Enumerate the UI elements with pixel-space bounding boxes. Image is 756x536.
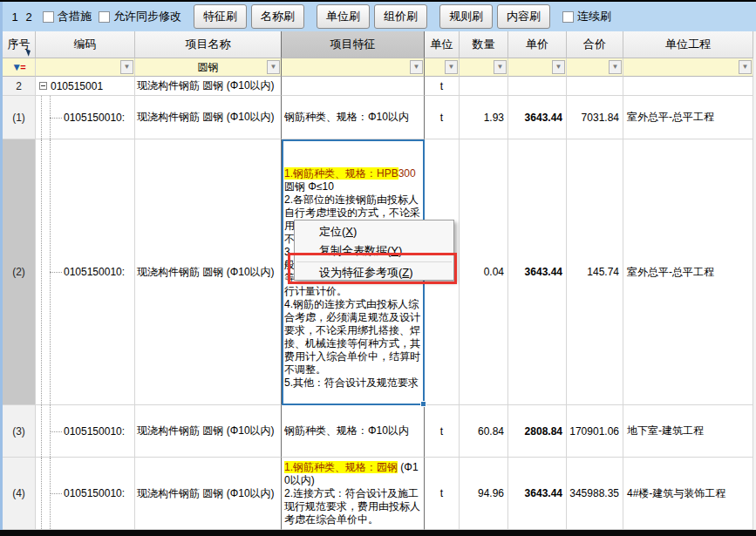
checkbox-label: 允许同步修改 [113, 9, 181, 24]
cell-code[interactable]: 0105150010: [36, 139, 135, 405]
tree-line [41, 96, 42, 139]
filter-feature[interactable]: ▼ [282, 58, 425, 77]
cell-seq[interactable]: (1) [3, 96, 36, 139]
cell-project[interactable]: 地下室-建筑工程 [623, 405, 753, 458]
cell-qty[interactable]: 1.93 [460, 96, 508, 139]
cell-code[interactable]: 0105150010: [36, 405, 135, 458]
filter-qty[interactable]: ▼ [460, 58, 508, 77]
tree-line [50, 118, 62, 119]
table-row: (3) 0105150010: 现浇构件钢筋 圆钢 (Φ10以内) 钢筋种类、规… [3, 405, 753, 458]
cell-name[interactable]: 现浇构件钢筋 圆钢 (Φ10以内) [135, 96, 282, 139]
feature-brush-button[interactable]: 特征刷 [194, 4, 247, 29]
cell-seq[interactable]: (2) [3, 139, 36, 405]
menu-item-locate[interactable]: 定位(X) [295, 222, 453, 241]
name-brush-button[interactable]: 名称刷 [251, 4, 304, 29]
header-project[interactable]: 单位工程 [623, 31, 753, 58]
header-total[interactable]: 合价 [567, 31, 623, 58]
filter-price[interactable]: ▼ [508, 58, 567, 77]
cell-name[interactable]: 现浇构件钢筋 圆钢 (Φ10以内) [135, 405, 282, 458]
cell-unit[interactable]: t [425, 458, 460, 530]
cell-seq[interactable]: 2 [3, 77, 36, 96]
cell-price[interactable]: 3643.44 [508, 96, 567, 139]
tree-collapse-icon[interactable] [39, 82, 47, 90]
header-qty[interactable]: 数量 [460, 31, 508, 58]
cell-code[interactable]: 0105150010: [36, 458, 135, 530]
cell-total[interactable]: 345988.35 [567, 458, 623, 530]
content-brush-button[interactable]: 内容刷 [497, 4, 550, 29]
cell-seq[interactable]: (3) [3, 405, 36, 458]
cell-feature[interactable]: 钢筋种类、规格：Φ10以内 [282, 405, 425, 458]
cell-code[interactable]: 0105150010: [36, 96, 135, 139]
checkbox-continuous-brush[interactable]: 连续刷 [562, 9, 611, 24]
code-text: 010515001 [51, 80, 103, 92]
cell-feature[interactable]: 钢筋种类、规格：Φ10以内 [282, 96, 425, 139]
header-price[interactable]: 单价 [508, 31, 567, 58]
table-header-row: 序号 编码 项目名称 项目特征 单位 数量 单价 合价 单位工程 [3, 31, 753, 58]
checkbox-icon[interactable] [99, 11, 110, 23]
cell-name[interactable]: 现浇构件钢筋 圆钢 (Φ10以内) [135, 77, 282, 96]
cell-name[interactable]: 现浇构件钢筋 圆钢 (Φ10以内) [135, 458, 282, 530]
dropdown-arrow-icon[interactable]: ▼ [552, 60, 565, 74]
filter-unit[interactable]: ▼ [425, 58, 460, 77]
filter-name[interactable]: 圆钢 ▼ [135, 58, 282, 77]
cell-price[interactable]: 2808.84 [508, 405, 567, 458]
dropdown-arrow-icon[interactable]: ▼ [494, 60, 507, 74]
dropdown-arrow-icon[interactable]: ▼ [410, 60, 423, 74]
checkbox-icon[interactable] [43, 11, 54, 23]
checkbox-include-measures[interactable]: 含措施 [43, 9, 92, 24]
dropdown-arrow-icon[interactable]: ▼ [445, 60, 458, 74]
code-text: 0105150010: [64, 266, 125, 278]
tree-line [41, 458, 42, 529]
cell-qty[interactable] [460, 77, 508, 96]
header-unit[interactable]: 单位 [425, 31, 460, 58]
header-feature[interactable]: 项目特征 [282, 31, 425, 58]
dropdown-arrow-icon[interactable]: ▼ [739, 60, 752, 74]
cell-price[interactable] [508, 77, 567, 96]
dropdown-arrow-icon[interactable]: ▼ [609, 60, 622, 74]
tree-line [50, 272, 62, 273]
code-text: 0105150010: [64, 487, 125, 499]
cell-qty[interactable]: 94.96 [460, 458, 508, 530]
filter-funnel-cell[interactable]: ▼= [3, 58, 36, 77]
filter-total[interactable]: ▼ [567, 58, 623, 77]
cell-price[interactable]: 3643.44 [508, 458, 567, 530]
cell-unit[interactable]: t [425, 96, 460, 139]
cell-code[interactable]: 010515001 [36, 77, 135, 96]
cell-project[interactable]: 4#楼-建筑与装饰工程 [623, 458, 753, 530]
cell-project[interactable] [623, 77, 753, 96]
menu-item-set-feature-reference[interactable]: 设为特征参考项(Z) [295, 263, 453, 282]
cell-feature[interactable]: 1.钢筋种类、规格：园钢 (Φ10以内)2.连接方式：符合设计及施工现行规范要求… [282, 458, 425, 530]
dropdown-arrow-icon[interactable]: ▼ [267, 60, 280, 74]
header-seq[interactable]: 序号 [3, 31, 36, 58]
cell-name[interactable]: 现浇构件钢筋 圆钢 (Φ10以内) [135, 139, 282, 405]
cell-total[interactable]: 145.74 [567, 139, 623, 405]
dropdown-arrow-icon[interactable]: ▼ [120, 60, 133, 74]
pricing-brush-button[interactable]: 组价刷 [374, 4, 427, 29]
menu-item-copy-table-data[interactable]: 复制全表数据(Y) [295, 241, 453, 261]
rule-brush-button[interactable]: 规则刷 [439, 4, 493, 29]
toolbar-num-1[interactable]: 1 [8, 10, 22, 24]
cell-qty[interactable]: 60.84 [460, 405, 508, 458]
cell-project[interactable]: 室外总平-总平工程 [623, 139, 753, 405]
code-text: 0105150010: [64, 112, 125, 124]
cell-total[interactable]: 170901.06 [567, 405, 623, 458]
header-name[interactable]: 项目名称 [135, 31, 282, 58]
filter-code[interactable]: ▼ [36, 58, 135, 77]
cell-unit[interactable]: t [425, 405, 460, 458]
cell-project[interactable]: 室外总平-总平工程 [623, 96, 753, 139]
cell-feature[interactable] [282, 77, 425, 96]
cell-total[interactable] [567, 77, 623, 96]
tree-line [50, 431, 62, 432]
cell-qty[interactable]: 0.04 [460, 139, 508, 405]
cell-seq[interactable]: (4) [3, 458, 36, 530]
checkbox-label: 连续刷 [577, 9, 611, 24]
checkbox-icon[interactable] [562, 11, 574, 23]
cell-price[interactable]: 3643.44 [508, 139, 567, 405]
unit-brush-button[interactable]: 单位刷 [317, 4, 370, 29]
toolbar-num-2[interactable]: 2 [22, 10, 36, 24]
cell-unit[interactable]: t [425, 77, 460, 96]
header-code[interactable]: 编码 [36, 31, 135, 58]
cell-total[interactable]: 7031.84 [567, 96, 623, 139]
filter-project[interactable]: ▼ [623, 58, 753, 77]
checkbox-allow-sync-edit[interactable]: 允许同步修改 [99, 9, 181, 24]
